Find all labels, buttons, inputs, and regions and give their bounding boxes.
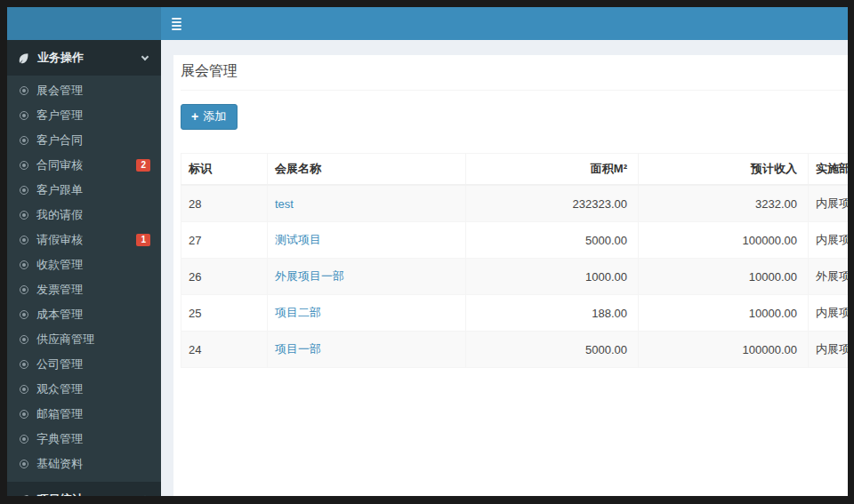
table-row: 25 项目二部 188.00 10000.00 内展项目: [181, 295, 849, 332]
dot-circle-icon: [20, 410, 28, 419]
sidebar-item[interactable]: 基础资料: [7, 452, 161, 476]
column-header: 会展名称: [268, 154, 466, 186]
column-header: 标识: [181, 154, 268, 186]
cell-name: 外展项目一部: [268, 259, 466, 295]
sidebar-item[interactable]: 我的请假: [7, 203, 161, 228]
sidebar-item-label: 供应商管理: [36, 332, 94, 348]
exhibition-name-link[interactable]: 项目二部: [275, 306, 321, 319]
dot-circle-icon: [20, 360, 28, 369]
sidebar-item-label: 合同审核: [36, 157, 83, 173]
screenshot-frame: 业务操作 展会管理 客户管理 客户合同 合同审核 2 客户跟单 我的请假 请假审…: [0, 0, 854, 504]
sidebar-item-label: 客户管理: [36, 108, 83, 124]
sidebar-menu: 业务操作 展会管理 客户管理 客户合同 合同审核 2 客户跟单 我的请假 请假审…: [7, 40, 161, 496]
notification-badge: 2: [136, 159, 150, 172]
cell-name: 项目一部: [268, 332, 466, 368]
sidebar-item[interactable]: 客户管理: [7, 103, 161, 128]
sidebar-item[interactable]: 展会管理: [7, 78, 161, 103]
sidebar-item[interactable]: 供应商管理: [7, 327, 161, 352]
sidebar-item[interactable]: 邮箱管理: [7, 402, 161, 427]
dot-circle-icon: [20, 460, 28, 468]
logo-area[interactable]: [7, 7, 161, 40]
cell-income: 100000.00: [639, 332, 809, 368]
table-row: 27 测试项目 5000.00 100000.00 内展项目: [181, 222, 849, 259]
navbar: [161, 7, 848, 40]
sidebar-item-label: 字典管理: [36, 431, 83, 447]
sidebar-item[interactable]: 发票管理: [7, 277, 161, 302]
cell-department: 内展项目: [809, 332, 849, 368]
cell-area: 232323.00: [466, 185, 639, 222]
exhibition-name-link[interactable]: test: [275, 197, 294, 211]
dot-circle-icon: [20, 186, 28, 195]
dot-circle-icon: [20, 335, 28, 344]
column-header: 预计收入: [639, 154, 809, 186]
exhibition-table-header-row: 标识 会展名称 面积M² 预计收入 实施部门: [181, 154, 849, 186]
sidebar-item-label: 客户跟单: [36, 182, 83, 198]
sidebar-section-header[interactable]: 项目统计: [7, 482, 161, 496]
add-button-label: 添加: [203, 108, 226, 124]
sidebar-item[interactable]: 请假审核 1: [7, 228, 161, 252]
dot-circle-icon: [20, 111, 28, 120]
dot-circle-icon: [20, 385, 28, 394]
table-row: 26 外展项目一部 1000.00 10000.00 外展项目: [181, 259, 849, 295]
sidebar-item-label: 发票管理: [36, 282, 83, 298]
top-header-bar: [7, 7, 848, 40]
exhibition-table: 标识 会展名称 面积M² 预计收入 实施部门 28 test 232323.00…: [181, 153, 848, 368]
cell-department: 内展项目: [809, 295, 849, 332]
add-button[interactable]: + 添加: [181, 104, 238, 130]
page-title: 展会管理: [181, 62, 848, 81]
cell-id: 26: [181, 259, 268, 295]
leaf-icon: [18, 52, 29, 64]
exhibition-name-link[interactable]: 测试项目: [275, 233, 321, 246]
dot-circle-icon: [20, 285, 28, 294]
exhibition-table-body: 28 test 232323.00 3232.00 内展项目 27 测试项目 5…: [181, 185, 849, 368]
sidebar-section-header[interactable]: 业务操作: [7, 40, 161, 76]
sidebar-toggle-button[interactable]: [161, 7, 192, 40]
dot-circle-icon: [20, 236, 28, 244]
dot-circle-icon: [20, 435, 28, 444]
box-header: 展会管理: [181, 62, 848, 91]
dot-circle-icon: [20, 86, 28, 95]
sidebar-item[interactable]: 客户跟单: [7, 178, 161, 203]
cell-area: 5000.00: [466, 222, 639, 259]
sidebar-item[interactable]: 公司管理: [7, 352, 161, 377]
plus-icon: +: [191, 110, 198, 123]
admin-app-window: 业务操作 展会管理 客户管理 客户合同 合同审核 2 客户跟单 我的请假 请假审…: [7, 7, 848, 496]
sidebar-item-label: 邮箱管理: [36, 406, 83, 422]
sidebar-section-label: 业务操作: [37, 50, 84, 66]
exhibition-name-link[interactable]: 项目一部: [275, 342, 321, 356]
sidebar-item[interactable]: 客户合同: [7, 128, 161, 153]
sidebar-item-label: 基础资料: [36, 456, 83, 472]
sidebar-item[interactable]: 合同审核 2: [7, 153, 161, 178]
sidebar-item-label: 公司管理: [36, 356, 83, 372]
content-box: 展会管理 + 添加 标识 会展名称 面积M² 预计收入 实施部门 28 test…: [173, 55, 848, 496]
cell-income: 10000.00: [639, 295, 809, 332]
cell-income: 10000.00: [639, 259, 809, 295]
cell-id: 27: [181, 222, 268, 259]
cell-department: 内展项目: [809, 222, 849, 259]
sidebar-item[interactable]: 收款管理: [7, 252, 161, 277]
content-wrapper: 展会管理 + 添加 标识 会展名称 面积M² 预计收入 实施部门 28 test…: [161, 40, 848, 496]
menu-icon: [172, 18, 181, 30]
cell-id: 28: [181, 185, 268, 222]
dot-circle-icon: [20, 310, 28, 319]
dot-circle-icon: [20, 136, 28, 145]
sidebar-item[interactable]: 观众管理: [7, 377, 161, 402]
cell-income: 3232.00: [639, 185, 809, 222]
exhibition-name-link[interactable]: 外展项目一部: [275, 269, 344, 283]
cell-area: 5000.00: [466, 332, 639, 368]
dot-circle-icon: [20, 161, 28, 170]
cell-name: 项目二部: [268, 295, 466, 332]
table-row: 24 项目一部 5000.00 100000.00 内展项目: [181, 332, 849, 368]
leaf-icon: [18, 494, 29, 497]
sidebar-item-label: 请假审核: [36, 232, 83, 248]
sidebar-item[interactable]: 字典管理: [7, 427, 161, 452]
treeview-submenu: 展会管理 客户管理 客户合同 合同审核 2 客户跟单 我的请假 请假审核 1 收…: [7, 76, 161, 482]
body-row: 业务操作 展会管理 客户管理 客户合同 合同审核 2 客户跟单 我的请假 请假审…: [7, 40, 848, 496]
table-row: 28 test 232323.00 3232.00 内展项目: [181, 185, 849, 222]
column-header: 面积M²: [466, 154, 639, 186]
dot-circle-icon: [20, 260, 28, 269]
cell-income: 100000.00: [639, 222, 809, 259]
sidebar-item[interactable]: 成本管理: [7, 302, 161, 327]
cell-area: 188.00: [466, 295, 639, 332]
cell-area: 1000.00: [466, 259, 639, 295]
